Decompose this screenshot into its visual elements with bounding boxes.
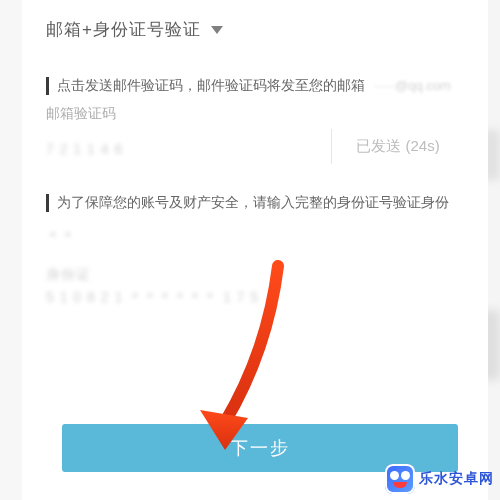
email-code-section: 点击发送邮件验证码，邮件验证码将发至您的邮箱 ······@qq.com 邮箱验… (22, 75, 488, 164)
verification-method-dropdown[interactable]: 邮箱+身份证号验证 (22, 0, 488, 47)
email-code-value: 7 2 1 1 4 6 (46, 141, 123, 157)
outer-background-right (488, 0, 500, 500)
accent-bar (46, 77, 49, 95)
email-code-label: 邮箱验证码 (46, 105, 464, 123)
id-label: 身份证 (46, 266, 464, 284)
watermark: 乐水安卓网 (385, 464, 494, 494)
watermark-text: 乐水安卓网 (419, 470, 494, 488)
email-desc-row: 点击发送邮件验证码，邮件验证码将发至您的邮箱 ······@qq.com (46, 75, 464, 95)
email-masked: ······@qq.com (373, 78, 451, 93)
name-field[interactable]: ＊＊ (46, 228, 464, 246)
email-desc-text: 点击发送邮件验证码，邮件验证码将发至您的邮箱 (57, 77, 365, 93)
id-input[interactable]: 5 1 0 8 2 1 ＊＊＊＊＊＊ 1 7 5 (46, 288, 464, 307)
id-desc-row: 为了保障您的账号及财产安全，请输入完整的身份证号验证身份 (46, 192, 464, 212)
accent-bar (46, 194, 49, 212)
email-code-input[interactable]: 7 2 1 1 4 6 (46, 140, 123, 158)
watermark-logo-icon (385, 464, 415, 494)
page-root: 邮箱+身份证号验证 点击发送邮件验证码，邮件验证码将发至您的邮箱 ······@… (0, 0, 500, 500)
id-desc-text: 为了保障您的账号及财产安全，请输入完整的身份证号验证身份 (57, 192, 449, 212)
id-value: 5 1 0 8 2 1 ＊＊＊＊＊＊ 1 7 5 (46, 289, 259, 305)
email-code-row: 7 2 1 1 4 6 已发送 (24s) (46, 129, 464, 164)
chevron-down-icon (211, 26, 223, 34)
email-desc-wrapper: 点击发送邮件验证码，邮件验证码将发至您的邮箱 ······@qq.com (57, 75, 451, 95)
verification-card: 邮箱+身份证号验证 点击发送邮件验证码，邮件验证码将发至您的邮箱 ······@… (22, 0, 488, 500)
name-value: ＊＊ (46, 228, 76, 244)
id-label-text: 身份证 (46, 266, 91, 282)
outer-background-left (0, 0, 23, 500)
verification-method-label: 邮箱+身份证号验证 (46, 18, 201, 41)
id-section: 为了保障您的账号及财产安全，请输入完整的身份证号验证身份 ＊＊ 身份证 5 1 … (22, 192, 488, 307)
send-code-button[interactable]: 已发送 (24s) (331, 129, 464, 164)
